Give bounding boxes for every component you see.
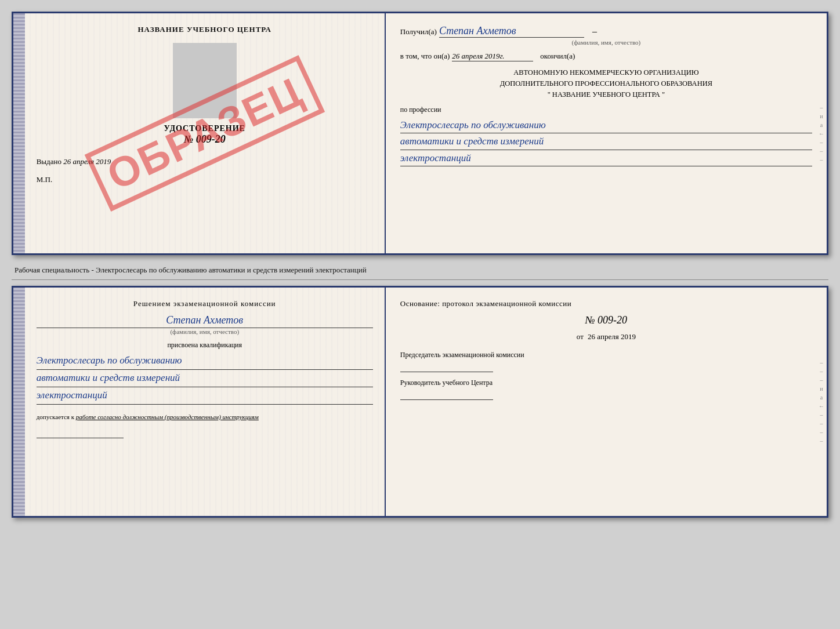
allowed-line: допускается к работе согласно должностны… xyxy=(37,413,373,420)
org-line3: " НАЗВАНИЕ УЧЕБНОГО ЦЕНТРА " xyxy=(400,89,812,100)
qual-line2: автоматики и средств измерений xyxy=(37,370,373,387)
in-that-block: в том, что он(а) 26 апреля 2019г. окончи… xyxy=(400,50,812,61)
from-prefix: от xyxy=(577,332,584,341)
from-date-block: от 26 апреля 2019 xyxy=(400,332,812,341)
right-side-tabs: – и а ← – – – xyxy=(816,13,827,253)
cert-number: № 009-20 xyxy=(37,133,373,146)
qual-line1: Электрослесарь по обслуживанию xyxy=(37,352,373,370)
bottom-fio-label: (фамилия, имя, отчество) xyxy=(37,328,373,335)
cert-label: УДОСТОВЕРЕНИЕ xyxy=(37,124,373,133)
basis-text: Основание: протокол экзаменационной коми… xyxy=(400,299,812,308)
assigned-label: присвоена квалификация xyxy=(37,341,373,350)
in-that-prefix: в том, что он(а) xyxy=(400,52,450,60)
issued-date: 26 апреля 2019 xyxy=(63,157,111,166)
profession-line2: автоматики и средств измерений xyxy=(400,133,812,150)
bottom-document: Решением экзаменационной комиссии Степан… xyxy=(12,286,828,518)
date-value: 26 апреля 2019г. xyxy=(452,52,533,61)
finished-label: окончил(а) xyxy=(540,52,575,60)
allowed-text: работе согласно должностным (производств… xyxy=(76,413,259,420)
commission-title: Решением экзаменационной комиссии xyxy=(37,299,373,308)
bottom-doc-right: Основание: протокол экзаменационной коми… xyxy=(386,288,827,516)
chairman-sign-line xyxy=(400,372,493,372)
doc-spine-bottom xyxy=(13,288,25,516)
bottom-doc-left: Решением экзаменационной комиссии Степан… xyxy=(25,288,386,516)
left-sign-line xyxy=(37,438,124,438)
mp-line: М.П. xyxy=(37,175,373,184)
allowed-prefix: допускается к xyxy=(37,413,74,420)
top-left-title: НАЗВАНИЕ УЧЕБНОГО ЦЕНТРА xyxy=(37,25,373,34)
bottom-person-name: Степан Ахметов xyxy=(37,314,373,328)
profession-label: по профессии xyxy=(400,106,812,114)
profession-line1: Электрослесарь по обслуживанию xyxy=(400,117,812,133)
fio-label-top: (фамилия, имя, отчество) xyxy=(400,39,812,46)
protocol-number: № 009-20 xyxy=(400,314,812,326)
separator-text: Рабочая специальность - Электрослесарь п… xyxy=(12,261,828,280)
profession-line3: электростанций xyxy=(400,150,812,166)
photo-placeholder xyxy=(173,43,237,118)
cert-number-area: УДОСТОВЕРЕНИЕ № 009-20 xyxy=(37,124,373,146)
from-date: 26 апреля 2019 xyxy=(588,332,636,341)
received-name: Степан Ахметов xyxy=(439,25,584,38)
chairman-label: Председатель экзаменационной комиссии xyxy=(400,350,812,360)
director-label: Руководитель учебного Центра xyxy=(400,378,812,388)
director-sign-line xyxy=(400,399,493,400)
issued-label: Выдано xyxy=(37,157,61,166)
received-prefix: Получил(а) xyxy=(400,27,437,36)
top-doc-right: Получил(а) Степан Ахметов – (фамилия, им… xyxy=(386,13,827,253)
org-line2: ДОПОЛНИТЕЛЬНОГО ПРОФЕССИОНАЛЬНОГО ОБРАЗО… xyxy=(400,78,812,89)
top-document: НАЗВАНИЕ УЧЕБНОГО ЦЕНТРА УДОСТОВЕРЕНИЕ №… xyxy=(12,12,828,255)
qual-line3: электростанций xyxy=(37,387,373,405)
received-block: Получил(а) Степан Ахметов – (фамилия, им… xyxy=(400,25,812,46)
org-line1: АВТОНОМНУЮ НЕКОММЕРЧЕСКУЮ ОРГАНИЗАЦИЮ xyxy=(400,67,812,78)
bottom-right-side-tabs: – – – и а ← – – – – xyxy=(816,288,827,516)
org-block: АВТОНОМНУЮ НЕКОММЕРЧЕСКУЮ ОРГАНИЗАЦИЮ ДО… xyxy=(400,67,812,100)
doc-spine-top xyxy=(13,13,25,253)
issued-line: Выдано 26 апреля 2019 xyxy=(37,157,373,166)
page-wrapper: НАЗВАНИЕ УЧЕБНОГО ЦЕНТРА УДОСТОВЕРЕНИЕ №… xyxy=(12,12,828,518)
top-doc-left: НАЗВАНИЕ УЧЕБНОГО ЦЕНТРА УДОСТОВЕРЕНИЕ №… xyxy=(25,13,386,253)
